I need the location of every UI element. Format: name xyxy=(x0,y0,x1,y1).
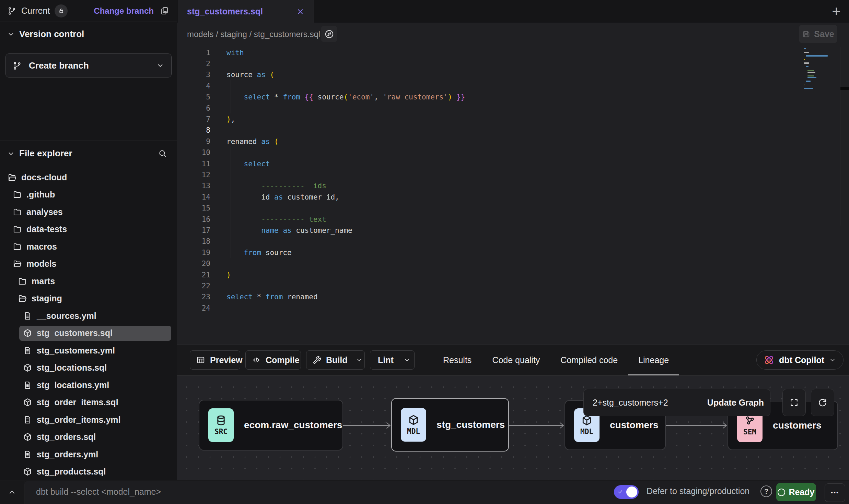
tree-item-data-tests[interactable]: data-tests xyxy=(0,221,177,237)
version-control-header[interactable]: Version control xyxy=(7,29,84,39)
tree-item-stg_order_items.yml[interactable]: stg_order_items.yml xyxy=(0,412,177,428)
minimap-line xyxy=(804,52,809,53)
file-doc-icon xyxy=(23,381,32,390)
overflow-menu-button[interactable]: ••• xyxy=(825,483,845,502)
close-icon[interactable] xyxy=(296,7,305,16)
tree-item-marts[interactable]: marts xyxy=(0,273,177,289)
minimap-line xyxy=(804,48,806,49)
code-line-1: 1with xyxy=(177,47,849,58)
indent-guide xyxy=(231,147,231,258)
tree-item-.github[interactable]: .github xyxy=(0,187,177,203)
search-icon[interactable] xyxy=(158,149,167,158)
chevron-down-icon xyxy=(7,30,15,38)
update-graph-button[interactable]: Update Graph xyxy=(701,398,770,408)
collapse-command-bar-button[interactable] xyxy=(8,488,16,497)
line-number: 23 xyxy=(177,293,210,301)
panel-tab-compiled-code[interactable]: Compiled code xyxy=(550,345,628,375)
code-line-11: 11 select xyxy=(177,158,849,169)
panel-tab-code-quality[interactable]: Code quality xyxy=(482,345,550,375)
tree-item-stg_customers.yml[interactable]: stg_customers.yml xyxy=(0,343,177,358)
ready-status-badge[interactable]: Ready xyxy=(776,483,816,501)
line-number: 17 xyxy=(177,226,210,235)
line-number: 3 xyxy=(177,71,210,79)
fullscreen-button[interactable] xyxy=(782,389,806,416)
new-tab-button[interactable]: + xyxy=(832,1,841,21)
minimap-line xyxy=(804,84,804,85)
breadcrumb-row: models / staging / stg_customers.sql Sav… xyxy=(177,23,849,46)
file-label: macros xyxy=(26,242,57,252)
file-explorer-header[interactable]: File explorer xyxy=(7,148,170,159)
compass-icon xyxy=(324,29,334,39)
lineage-selector-input[interactable]: 2+stg_customers+2 xyxy=(584,398,701,408)
chevron-down-icon xyxy=(7,149,15,158)
code-text: ), xyxy=(226,115,235,123)
search-icon xyxy=(158,149,167,158)
line-number: 8 xyxy=(177,126,210,134)
tree-item-staging[interactable]: staging xyxy=(0,291,177,307)
file-label: docs-cloud xyxy=(21,172,67,182)
save-button[interactable]: Save xyxy=(799,25,837,43)
preview-button[interactable]: Preview xyxy=(190,350,240,370)
code-text: name as customer_name xyxy=(226,226,352,235)
refresh-button[interactable] xyxy=(811,389,834,416)
scrollbar-thumb[interactable] xyxy=(840,87,849,90)
create-branch-button[interactable]: Create branch xyxy=(5,53,172,77)
build-dropdown[interactable] xyxy=(354,351,365,369)
line-number: 15 xyxy=(177,204,210,212)
panel-tab-results[interactable]: Results xyxy=(433,345,482,375)
lineage-node-ecom.raw_customers[interactable]: SRCecom.raw_customers xyxy=(199,400,343,451)
defer-toggle[interactable] xyxy=(614,485,639,499)
lint-dropdown[interactable] xyxy=(400,351,414,369)
file-explorer-title: File explorer xyxy=(19,148,72,159)
close-icon xyxy=(296,7,305,16)
lint-button[interactable]: Lint xyxy=(370,350,415,370)
compile-button[interactable]: Compile xyxy=(245,350,301,370)
dbt-copilot-button[interactable]: dbt Copilot xyxy=(756,350,844,370)
change-branch-link[interactable]: Change branch xyxy=(94,6,154,16)
minimap-line xyxy=(807,75,814,76)
chevron-down-icon xyxy=(829,356,836,364)
line-number: 13 xyxy=(177,182,210,190)
line-number: 12 xyxy=(177,171,210,179)
editor-toolbar: Preview Compile Build Lint ResultsCode q… xyxy=(177,345,849,375)
tree-item-stg_orders.yml[interactable]: stg_orders.yml xyxy=(0,446,177,462)
tree-item-stg_products.sql[interactable]: stg_products.sql xyxy=(0,464,177,480)
git-branch-icon xyxy=(13,61,22,70)
lineage-node-stg_customers[interactable]: MDLstg_customers xyxy=(391,398,509,452)
tree-item-analyses[interactable]: analyses xyxy=(0,204,177,220)
lineage-canvas[interactable]: SRCecom.raw_customersMDLstg_customersMDL… xyxy=(177,375,849,480)
node-label: ecom.raw_customers xyxy=(244,420,342,431)
create-branch-dropdown[interactable] xyxy=(149,61,171,70)
lock-icon xyxy=(58,8,65,14)
build-button[interactable]: Build xyxy=(306,350,365,370)
lineage-compass-button[interactable] xyxy=(321,26,337,42)
help-icon[interactable]: ? xyxy=(760,485,772,497)
panel-tab-lineage[interactable]: Lineage xyxy=(628,345,679,375)
minimap-line xyxy=(804,59,805,60)
tree-item-docs-cloud[interactable]: docs-cloud xyxy=(0,169,177,185)
code-text: with xyxy=(226,49,244,57)
code-text: select xyxy=(226,160,270,168)
file-doc-icon xyxy=(23,311,32,321)
code-line-13: 13 ---------- ids xyxy=(177,180,849,192)
model-cube-icon xyxy=(408,414,419,426)
file-label: models xyxy=(26,259,57,269)
tree-item-models[interactable]: models xyxy=(0,256,177,272)
tree-item-stg_customers.sql[interactable]: stg_customers.sql xyxy=(0,325,177,341)
tree-item-__sources.yml[interactable]: __sources.yml xyxy=(0,308,177,324)
duplicate-icon[interactable] xyxy=(160,6,169,15)
tree-item-stg_order_items.sql[interactable]: stg_order_items.sql xyxy=(0,395,177,410)
code-line-5: 5 select * from {{ source('ecom', 'raw_c… xyxy=(177,92,849,103)
tab-stg-customers-sql[interactable]: stg_customers.sql xyxy=(178,0,314,23)
tree-item-stg_locations.sql[interactable]: stg_locations.sql xyxy=(0,360,177,376)
code-line-10: 10 xyxy=(177,147,849,158)
code-line-20: 20 xyxy=(177,258,849,269)
tree-item-stg_orders.sql[interactable]: stg_orders.sql xyxy=(0,429,177,445)
file-tree: docs-cloud.githubanalysesdata-testsmacro… xyxy=(0,169,177,480)
folder-icon xyxy=(13,190,22,199)
tree-item-macros[interactable]: macros xyxy=(0,239,177,254)
tree-item-stg_locations.yml[interactable]: stg_locations.yml xyxy=(0,377,177,393)
code-editor[interactable]: 1with23source as (45 select * from {{ so… xyxy=(177,46,849,345)
minimap[interactable] xyxy=(802,48,840,96)
file-label: .github xyxy=(26,190,55,200)
